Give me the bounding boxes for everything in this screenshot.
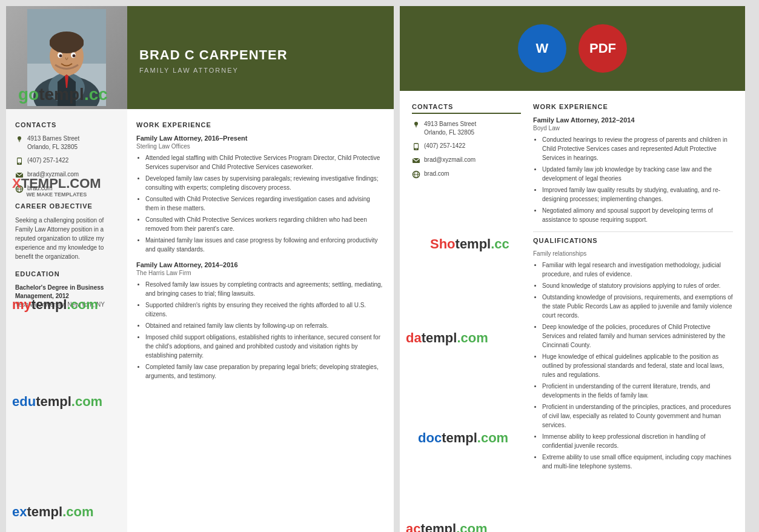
bullet-item: Developed family law cases by supervisin… <box>145 174 385 192</box>
education-school: Yeshiva University, New York, NY <box>15 301 118 309</box>
right-company-name-1: Boyd Law <box>533 125 733 131</box>
left-sidebar: CONTACTS 4913 Barnes StreetOrlando, FL 3… <box>6 109 127 532</box>
bullet-item: Negotiated alimony and spousal support b… <box>542 206 733 224</box>
pdf-button[interactable]: PDF <box>578 24 627 73</box>
svg-point-11 <box>73 55 76 58</box>
phone-icon <box>15 157 24 165</box>
bullet-item: Consulted with Child Protective Services… <box>145 195 385 213</box>
right-address-text: 4913 Barnes StreetOrlando, FL 32805 <box>424 120 476 137</box>
qual-bullet: Huge knowledge of ethical guidelines app… <box>542 352 733 379</box>
right-work-col: WORK EXPERIENCE Family Law Attorney, 201… <box>533 103 733 478</box>
preview-buttons-area: W PDF <box>400 6 745 91</box>
header-info: BRAD C CARPENTER FAMILY LAW ATTORNEY <box>127 6 394 109</box>
section-divider <box>533 231 733 232</box>
bullet-item: Attended legal staffing with Child Prote… <box>145 153 385 171</box>
right-contact-email: brad@xyzmail.com <box>412 156 521 165</box>
right-contact-address: 4913 Barnes StreetOrlando, FL 32805 <box>412 120 521 137</box>
phone-text: (407) 257-1422 <box>27 156 68 165</box>
career-objective-label: CAREER OBJECTIVE <box>15 202 118 210</box>
qual-bullet: Sound knowledge of statutory provisions … <box>542 281 733 290</box>
job-title-2: Family Law Attorney, 2014–2016 <box>136 261 385 268</box>
right-panel: W PDF CONTACTS 4913 Barnes StreetOrl <box>400 6 745 532</box>
company-name-2: The Harris Law Firm <box>136 270 385 276</box>
website-icon <box>15 185 24 193</box>
contact-website: brad.com <box>15 184 118 193</box>
photo-area <box>6 6 127 109</box>
qualifications-title: QUALIFICATIONS <box>533 237 733 244</box>
job-title-1: Family Law Attorney, 2016–Present <box>136 135 385 142</box>
resume-page-left: BRAD C CARPENTER FAMILY LAW ATTORNEY got… <box>6 6 394 532</box>
right-email-text: brad@xyzmail.com <box>424 156 476 164</box>
bullet-item: Improved family law quality results by s… <box>542 185 733 204</box>
contact-phone: (407) 257-1422 <box>15 156 118 165</box>
career-objective-text: Seeking a challenging position of Family… <box>15 216 118 261</box>
qualifications-bullets: Familiar with legal research and investi… <box>533 261 733 471</box>
svg-point-23 <box>416 148 417 150</box>
resume-title: FAMILY LAW ATTORNEY <box>139 67 382 74</box>
svg-rect-14 <box>18 159 21 163</box>
photo-placeholder <box>6 6 127 109</box>
bullet-item: Conducted hearings to review the progres… <box>542 135 733 162</box>
bullet-item: Completed family law case preparation by… <box>145 362 385 381</box>
svg-rect-7 <box>50 38 84 47</box>
right-contacts-col: CONTACTS 4913 Barnes StreetOrlando, FL 3… <box>412 103 521 478</box>
right-two-col: CONTACTS 4913 Barnes StreetOrlando, FL 3… <box>412 103 733 478</box>
bullet-item: Obtained and retained family law clients… <box>145 321 385 330</box>
email-text: brad@xyzmail.com <box>27 170 79 179</box>
resume-name: BRAD C CARPENTER <box>139 47 382 63</box>
qualifications-intro: Family relationships <box>533 250 733 257</box>
bullet-item: Resolved family law issues by completing… <box>145 280 385 298</box>
right-work-exp-title: WORK EXPERIENCE <box>533 103 733 110</box>
qual-bullet: Extreme ability to use small office equi… <box>542 453 733 471</box>
right-contact-phone: (407) 257-1422 <box>412 142 521 151</box>
right-location-icon <box>412 121 420 129</box>
education-label: EDUCATION <box>15 270 118 278</box>
bullet-item: Supported children's rights by ensuring … <box>145 301 385 319</box>
education-degree: Bachelor's Degree in Business Management… <box>15 284 118 301</box>
contact-email: brad@xyzmail.com <box>15 170 118 179</box>
bullet-item: Maintained family law issues and case pr… <box>145 236 385 254</box>
right-contacts-label: CONTACTS <box>412 103 521 114</box>
bullet-item: Imposed child support obligations, estab… <box>145 333 385 360</box>
job-bullets-2: Resolved family law issues by completing… <box>136 280 385 381</box>
location-icon <box>15 135 24 144</box>
watermark-actempl: actempl.com <box>406 521 488 532</box>
resume-header: BRAD C CARPENTER FAMILY LAW ATTORNEY <box>6 6 394 109</box>
svg-point-15 <box>19 163 20 164</box>
svg-point-10 <box>59 55 62 58</box>
right-job-title-1: Family Law Attorney, 2012–2014 <box>533 116 733 124</box>
right-resume-body: CONTACTS 4913 Barnes StreetOrlando, FL 3… <box>400 91 745 490</box>
right-content: WORK EXPERIENCE Family Law Attorney, 201… <box>127 109 394 532</box>
job-bullets-1: Attended legal staffing with Child Prote… <box>136 153 385 254</box>
right-phone-text: (407) 257-1422 <box>424 142 465 150</box>
resume-page-right: CONTACTS 4913 Barnes StreetOrlando, FL 3… <box>400 91 745 532</box>
qual-bullet: Outstanding knowledge of provisions, req… <box>542 293 733 320</box>
right-website-text: brad.com <box>424 170 449 178</box>
qual-bullet: Proficient in understanding of the princ… <box>542 402 733 430</box>
word-button[interactable]: W <box>518 24 566 73</box>
page-wrapper: BRAD C CARPENTER FAMILY LAW ATTORNEY got… <box>6 6 753 532</box>
qual-bullet: Familiar with legal research and investi… <box>542 261 733 279</box>
right-job-bullets-1: Conducted hearings to review the progres… <box>533 135 733 224</box>
qual-bullet: Immense ability to keep professional dis… <box>542 432 733 450</box>
bullet-item: Consulted with Child Protective Services… <box>145 215 385 233</box>
right-email-icon <box>412 156 420 165</box>
right-phone-icon <box>412 142 420 151</box>
resume-body: CONTACTS 4913 Barnes StreetOrlando, FL 3… <box>6 109 394 532</box>
company-name-1: Sterling Law Offices <box>136 143 385 150</box>
contact-address: 4913 Barnes StreetOrlando, FL 32805 <box>15 135 118 151</box>
email-icon <box>15 171 24 179</box>
svg-rect-22 <box>414 144 418 148</box>
contacts-section-label: CONTACTS <box>15 121 118 128</box>
qual-bullet: Deep knowledge of the policies, procedur… <box>542 322 733 350</box>
right-website-icon <box>412 170 420 179</box>
address-text: 4913 Barnes StreetOrlando, FL 32805 <box>27 135 79 151</box>
work-exp-title: WORK EXPERIENCE <box>136 121 385 128</box>
right-contact-website: brad.com <box>412 170 521 179</box>
qual-bullet: Proficient in understanding of the curre… <box>542 382 733 400</box>
website-text: brad.com <box>27 184 53 193</box>
bullet-item: Updated family law job knowledge by trac… <box>542 165 733 183</box>
